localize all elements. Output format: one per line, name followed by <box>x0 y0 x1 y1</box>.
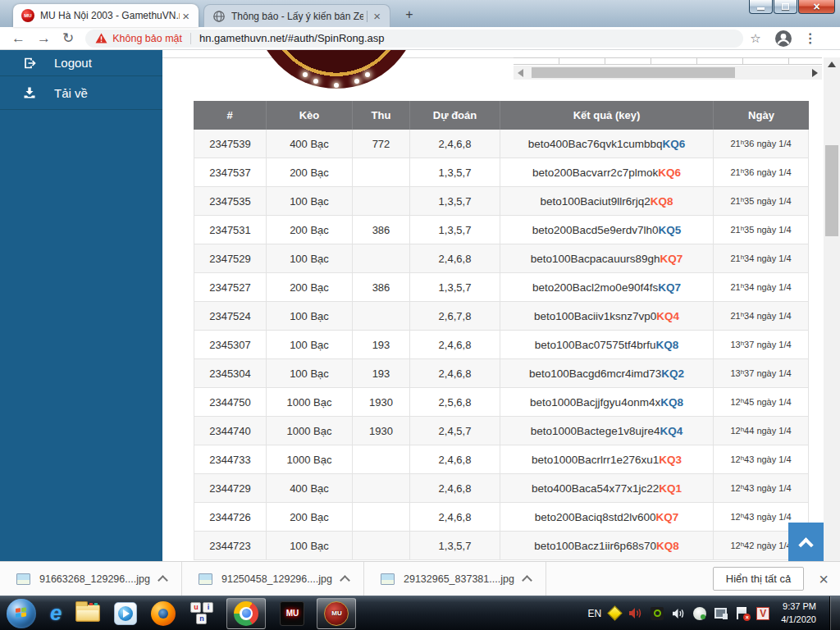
taskbar-internet-explorer[interactable]: e <box>50 600 62 626</box>
reload-icon[interactable]: ↻ <box>62 31 74 45</box>
vertical-scrollbar[interactable] <box>824 57 840 561</box>
cell-ngay: 21h34 ngày 1/4 <box>714 273 809 301</box>
download-menu-chevron-icon[interactable] <box>340 575 350 586</box>
cell-dudoan: 2,4,6,8 <box>410 331 500 358</box>
taskbar-windows-explorer[interactable] <box>75 605 100 622</box>
tab-mu-hanoi[interactable]: MU MU Hà Nội 2003 - GamethuVN.n × <box>13 4 199 27</box>
table-row: 2344740 1000 Bạc 1930 2,4,5,7 beto1000Ba… <box>194 417 809 445</box>
time-hour: 21 <box>730 139 740 148</box>
address-bar[interactable]: Không bảo mật hn.gamethuvn.net/#auth/Spi… <box>85 30 743 48</box>
minimize-button[interactable] <box>749 0 773 14</box>
cell-keo: 1000 Bạc <box>267 388 353 416</box>
scroll-right-icon[interactable] <box>808 66 822 80</box>
cell-key: beto100Bac07575tf4brfuKQ8 <box>500 331 714 358</box>
sidebar-item-logout[interactable]: Logout <box>0 50 162 76</box>
cell-ngay: 13h37 ngày 1/4 <box>714 331 809 358</box>
time-hour: 21 <box>730 253 740 263</box>
status-tray-icon[interactable] <box>693 607 706 620</box>
cell-keo: 1000 Bạc <box>267 417 353 445</box>
ie-icon: e <box>50 600 62 626</box>
cell-keo: 400 Bạc <box>267 474 353 502</box>
cell-ngay: 12h43 ngày 1/4 <box>714 474 809 502</box>
tab-close-icon[interactable]: × <box>180 8 192 24</box>
folder-icon <box>75 605 100 622</box>
browser-menu-icon[interactable]: ⋮ <box>804 30 817 46</box>
start-button[interactable] <box>7 599 36 628</box>
bookmark-star-icon[interactable]: ☆ <box>750 31 760 46</box>
download-menu-chevron-icon[interactable] <box>158 575 168 586</box>
cell-ngay: 21h34 ngày 1/4 <box>714 244 809 272</box>
show-all-downloads-button[interactable]: Hiển thị tất cả <box>713 567 805 591</box>
download-filename[interactable]: 91250458_129296....jpg <box>221 573 336 585</box>
table-row: 2344750 1000 Bạc 1930 2,5,6,8 beto1000Ba… <box>194 388 809 417</box>
scroll-to-top-button[interactable] <box>788 523 824 561</box>
language-indicator[interactable]: EN <box>588 608 602 619</box>
network-tray-icon[interactable] <box>714 608 728 619</box>
omnibox-divider <box>190 33 191 44</box>
v-app-tray-icon[interactable]: V <box>756 607 769 620</box>
tab-thong-bao[interactable]: Thông báo - Lấy ý kiến bán Zen × <box>203 4 390 27</box>
taskbar-unikey[interactable]: uin <box>189 602 214 625</box>
cell-keo: 200 Bạc <box>267 273 353 301</box>
tab-close-icon[interactable]: × <box>371 8 383 24</box>
key-text: beto200Bacvarr2c7plmok <box>532 167 658 179</box>
cell-thu <box>353 474 410 502</box>
url-text[interactable]: hn.gamethuvn.net/#auth/SpinRong.asp <box>199 32 385 44</box>
taskbar-clock[interactable]: 9:37 PM 4/1/2020 <box>781 600 816 627</box>
vertical-scrollbar-thumb[interactable] <box>825 145 838 236</box>
mu-game-icon: MU <box>324 601 349 626</box>
close-button[interactable]: × <box>798 0 835 14</box>
horizontal-scrollbar-thumb[interactable] <box>532 67 735 78</box>
cell-keo: 100 Bạc <box>267 302 353 330</box>
taskbar-firefox[interactable] <box>151 601 176 626</box>
horizontal-scrollbar[interactable] <box>514 66 822 80</box>
table-row: 2344726 200 Bạc 2,4,6,8 beto200Baciq8std… <box>194 503 809 532</box>
cell-thu <box>353 532 410 559</box>
action-center-flag-icon[interactable]: × <box>736 607 748 619</box>
key-result-badge: KQ7 <box>660 253 682 265</box>
back-icon[interactable]: ← <box>11 31 25 45</box>
time-rest: 42 ngày 1/4 <box>744 541 792 550</box>
cell-ngay: 12h43 ngày 1/4 <box>714 445 809 473</box>
taskbar-media-player[interactable] <box>114 602 137 625</box>
download-item[interactable]: 29132965_837381....jpg <box>364 562 546 596</box>
nvidia-tray-icon[interactable] <box>651 607 664 620</box>
taskbar-mu-launcher[interactable]: MU <box>280 601 304 626</box>
cell-ngay: 21h35 ngày 1/4 <box>714 187 809 215</box>
sidebar-item-label: Tải về <box>54 86 88 100</box>
show-desktop-button[interactable] <box>829 596 840 630</box>
mu-favicon-icon: MU <box>21 9 34 22</box>
download-menu-chevron-icon[interactable] <box>522 575 532 586</box>
time-rest: 43 ngày 1/4 <box>744 454 792 464</box>
profile-avatar-icon[interactable] <box>774 30 792 48</box>
unikey-diamond-icon[interactable] <box>607 605 622 620</box>
download-filename[interactable]: 91663268_129296....jpg <box>39 573 154 585</box>
sidebar-item-taive[interactable]: Tải về <box>0 76 162 110</box>
taskbar-chrome-active[interactable] <box>226 598 266 629</box>
download-item[interactable]: 91250458_129296....jpg <box>182 562 364 596</box>
taskbar-mu-game-active[interactable]: MU <box>317 598 356 629</box>
cell-key: beto1000Bacrlrr1e276xu1KQ3 <box>500 445 714 473</box>
restore-button[interactable] <box>774 0 797 14</box>
wheel-light-icon <box>313 79 318 84</box>
security-warning-label[interactable]: Không bảo mật <box>112 33 182 44</box>
scroll-up-icon[interactable] <box>824 57 840 71</box>
download-item[interactable]: 91663268_129296....jpg <box>0 562 182 596</box>
key-text: beto200Baciq8std2lv600 <box>535 511 656 523</box>
page-content: Logout Tải về # Kèo Thu Dự đoán Kết quả … <box>0 50 840 561</box>
key-text: beto1000Bacrlrr1e276xu1 <box>532 454 659 466</box>
download-filename[interactable]: 29132965_837381....jpg <box>404 573 518 585</box>
key-result-badge: KQ1 <box>659 482 682 495</box>
forward-icon[interactable]: → <box>37 31 51 45</box>
new-tab-button[interactable]: + <box>399 7 420 23</box>
time-hour: 13 <box>730 368 740 378</box>
sidebar: Logout Tải về <box>0 50 162 561</box>
close-download-shelf-icon[interactable]: × <box>819 571 829 587</box>
volume-red-icon[interactable] <box>628 607 642 619</box>
cell-thu: 772 <box>353 130 410 158</box>
cell-ngay: 21h35 ngày 1/4 <box>714 216 809 244</box>
scroll-left-icon[interactable] <box>514 66 527 80</box>
speaker-tray-icon[interactable] <box>672 608 685 619</box>
key-result-badge: KQ8 <box>660 396 683 409</box>
header-ngay: Ngày <box>714 101 809 130</box>
